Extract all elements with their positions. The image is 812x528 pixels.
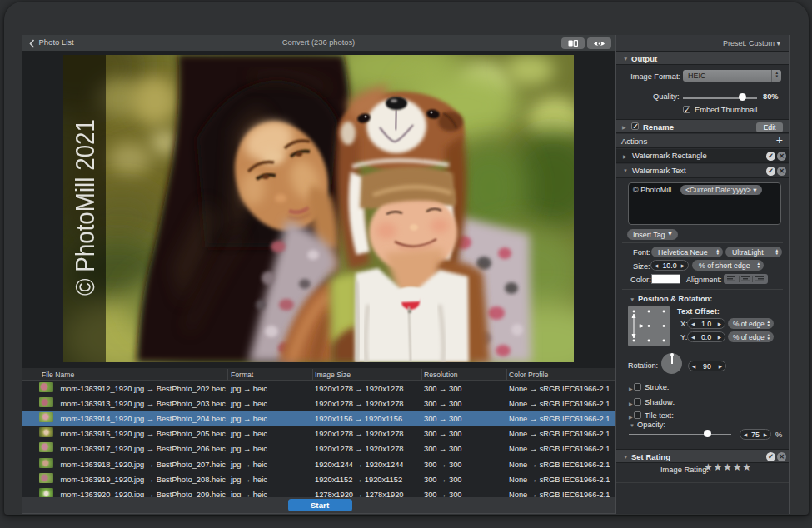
- svg-text:© PhotoMill 2021: © PhotoMill 2021: [71, 119, 100, 296]
